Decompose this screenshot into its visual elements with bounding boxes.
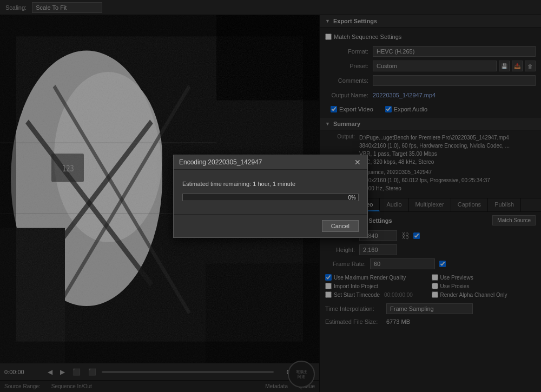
app-container: Scaling: Scale To FitSet To Frame SizeSc… — [0, 0, 541, 392]
progress-bar-container: 0% — [182, 194, 359, 201]
modal-titlebar: Encoding 20220305_142947 ✕ — [174, 155, 367, 170]
cancel-encoding-btn[interactable]: Cancel — [322, 220, 359, 232]
modal-close-btn[interactable]: ✕ — [353, 158, 362, 166]
encoding-dialog: Encoding 20220305_142947 ✕ Estimated tim… — [173, 155, 368, 238]
modal-body: Estimated time remaining: 1 hour, 1 minu… — [174, 170, 367, 214]
modal-title: Encoding 20220305_142947 — [179, 158, 262, 166]
modal-status: Estimated time remaining: 1 hour, 1 minu… — [182, 181, 359, 187]
progress-pct-label: 0% — [348, 194, 356, 200]
modal-overlay: Encoding 20220305_142947 ✕ Estimated tim… — [0, 0, 541, 392]
modal-footer: Cancel — [174, 214, 367, 237]
